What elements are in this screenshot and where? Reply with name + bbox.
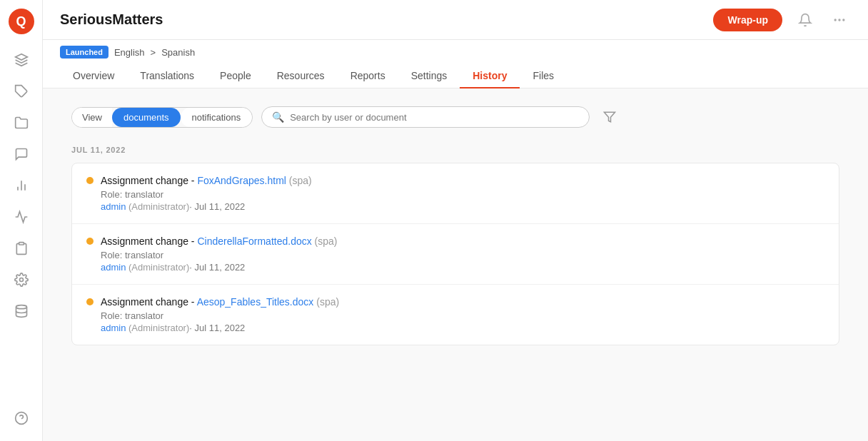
- toggle-documents[interactable]: documents: [112, 108, 181, 127]
- gear-icon[interactable]: [7, 265, 36, 294]
- admin-role: (Administrator): [126, 323, 189, 333]
- logo-letter: Q: [16, 14, 26, 29]
- clipboard-icon[interactable]: [7, 234, 36, 263]
- filter-icon[interactable]: [598, 106, 621, 128]
- wrap-up-button[interactable]: Wrap-up: [713, 9, 782, 31]
- header-actions: Wrap-up: [713, 9, 851, 31]
- database-icon[interactable]: [7, 297, 36, 325]
- history-item: Assignment change - Aesop_Fables_Titles.…: [72, 285, 839, 345]
- item-date: · Jul 11, 2022: [189, 201, 245, 212]
- app-title: SeriousMatters: [60, 11, 163, 28]
- admin-name: admin: [101, 201, 126, 212]
- admin-name: admin: [101, 262, 126, 273]
- svg-marker-13: [605, 112, 615, 122]
- notification-icon[interactable]: [794, 9, 817, 31]
- status-badge: Launched: [60, 46, 108, 59]
- item-title-row: Assignment change - Aesop_Fables_Titles.…: [86, 296, 824, 308]
- svg-point-7: [16, 305, 26, 309]
- item-title-text: Assignment change - FoxAndGrapes.html (s…: [101, 175, 312, 186]
- admin-role: (Administrator): [126, 262, 189, 273]
- history-item: Assignment change - CinderellaFormatted.…: [72, 224, 839, 285]
- view-toggle: View documents notifications: [71, 107, 253, 128]
- app-logo[interactable]: Q: [9, 9, 34, 34]
- tab-overview[interactable]: Overview: [60, 64, 127, 88]
- search-box: 🔍: [261, 106, 590, 128]
- item-date: · Jul 11, 2022: [189, 262, 245, 273]
- tab-history[interactable]: History: [460, 64, 520, 88]
- tab-translations[interactable]: Translations: [127, 64, 207, 88]
- search-input[interactable]: [290, 112, 579, 123]
- search-icon: 🔍: [272, 111, 284, 123]
- status-dot: [86, 298, 94, 305]
- svg-point-11: [838, 19, 840, 21]
- status-dot: [86, 238, 94, 245]
- item-date: · Jul 11, 2022: [189, 323, 245, 333]
- item-role: Role: translator: [101, 189, 824, 200]
- item-role: Role: translator: [101, 250, 824, 260]
- sub-header: Launched English > Spanish Overview Tran…: [43, 40, 868, 88]
- help-icon[interactable]: [7, 404, 36, 432]
- tab-settings[interactable]: Settings: [398, 64, 460, 88]
- admin-name: admin: [101, 323, 126, 333]
- item-filename: CinderellaFormatted.docx: [197, 235, 311, 247]
- breadcrumb-arrow: >: [151, 47, 156, 58]
- tab-reports[interactable]: Reports: [338, 64, 398, 88]
- status-dot: [86, 177, 94, 184]
- history-item: Assignment change - FoxAndGrapes.html (s…: [72, 163, 839, 224]
- view-controls: View documents notifications 🔍: [71, 106, 839, 128]
- sidebar: Q: [0, 0, 43, 441]
- svg-point-10: [834, 19, 837, 21]
- item-title-row: Assignment change - CinderellaFormatted.…: [86, 235, 824, 247]
- item-title-row: Assignment change - FoxAndGrapes.html (s…: [86, 175, 824, 186]
- item-title-text: Assignment change - Aesop_Fables_Titles.…: [101, 296, 339, 308]
- folder-icon[interactable]: [7, 108, 36, 137]
- toggle-notifications[interactable]: notifications: [181, 108, 253, 127]
- item-filename: Aesop_Fables_Titles.docx: [197, 296, 314, 308]
- tab-files[interactable]: Files: [520, 64, 567, 88]
- tab-people[interactable]: People: [207, 64, 264, 88]
- date-section-label: JUL 11, 2022: [71, 146, 839, 154]
- header: SeriousMatters Wrap-up: [43, 0, 868, 40]
- admin-role: (Administrator): [126, 201, 189, 212]
- item-title-text: Assignment change - CinderellaFormatted.…: [101, 235, 338, 247]
- nav-tabs: Overview Translations People Resources R…: [60, 64, 851, 88]
- item-user-info: admin (Administrator)· Jul 11, 2022: [101, 262, 824, 273]
- item-user-info: admin (Administrator)· Jul 11, 2022: [101, 201, 824, 212]
- svg-marker-0: [15, 54, 27, 60]
- item-tag: (spa): [312, 235, 338, 247]
- breadcrumb: Launched English > Spanish: [60, 46, 851, 59]
- tag-icon[interactable]: [7, 77, 36, 106]
- item-tag: (spa): [286, 175, 312, 186]
- item-role: Role: translator: [101, 310, 824, 321]
- breadcrumb-from: English: [114, 47, 145, 58]
- main-content: SeriousMatters Wrap-up Launched Englis: [43, 0, 868, 441]
- bar-chart-icon[interactable]: [7, 171, 36, 200]
- svg-point-12: [842, 19, 844, 21]
- breadcrumb-to: Spanish: [161, 47, 195, 58]
- item-user-info: admin (Administrator)· Jul 11, 2022: [101, 323, 824, 333]
- item-tag: (spa): [313, 296, 339, 308]
- svg-point-6: [19, 278, 23, 282]
- layers-icon[interactable]: [7, 46, 36, 74]
- view-label: View: [72, 108, 112, 127]
- item-filename: FoxAndGrapes.html: [197, 175, 286, 186]
- content-area: View documents notifications 🔍 JUL 11, 2…: [43, 88, 868, 441]
- more-options-icon[interactable]: [828, 9, 851, 31]
- chat-icon[interactable]: [7, 140, 36, 168]
- svg-rect-5: [19, 243, 24, 245]
- tab-resources[interactable]: Resources: [264, 64, 338, 88]
- line-chart-icon[interactable]: [7, 203, 36, 231]
- history-card: Assignment change - FoxAndGrapes.html (s…: [71, 163, 839, 345]
